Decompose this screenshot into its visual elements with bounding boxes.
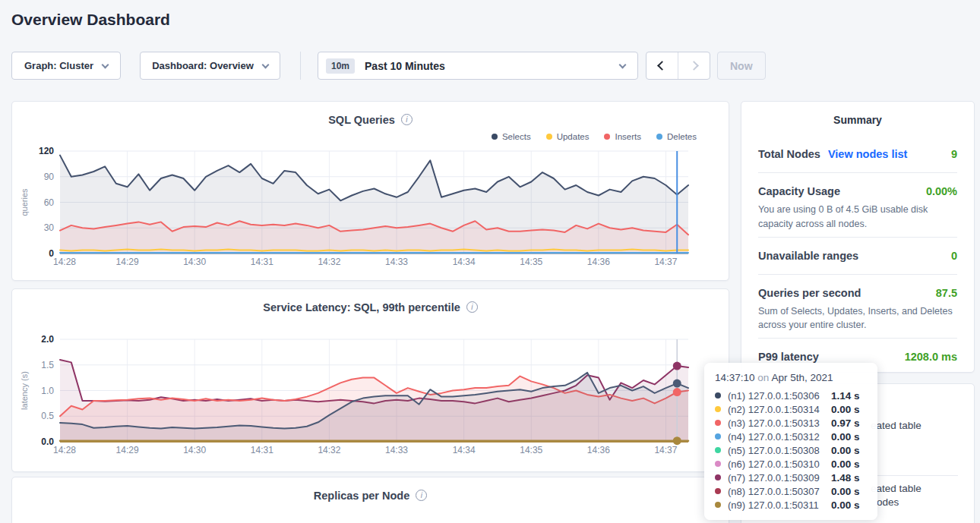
svg-text:14:31: 14:31	[251, 445, 273, 455]
header-divider	[300, 52, 301, 80]
tooltip-time: 14:37:10	[715, 372, 755, 383]
divider	[758, 274, 957, 275]
tooltip-node-rows: (n1) 127.0.0.1:503061.14 s(n2) 127.0.0.1…	[715, 389, 867, 512]
tooltip-timestamp: 14:37:10 on Apr 5th, 2021	[715, 372, 867, 383]
chart-hover-tooltip: 14:37:10 on Apr 5th, 2021 (n1) 127.0.0.1…	[704, 363, 877, 520]
svg-text:14:37: 14:37	[654, 445, 677, 455]
time-range-label: Past 10 Minutes	[365, 60, 445, 72]
svg-text:90: 90	[44, 172, 55, 182]
summary-row-qps: Queries per second 87.5	[758, 280, 957, 306]
summary-panel: Summary Total Nodes View nodes list 9 Ca…	[741, 101, 975, 373]
total-nodes-label: Total Nodes	[758, 148, 820, 160]
tooltip-node-row: (n7) 127.0.0.1:503091.48 s	[715, 471, 867, 484]
chevron-right-icon	[689, 61, 699, 71]
node-color-dot	[715, 502, 721, 508]
svg-text:14:37: 14:37	[654, 257, 677, 267]
svg-text:latency (s): latency (s)	[20, 371, 29, 410]
chevron-down-icon	[261, 61, 269, 68]
p99-latency-value: 1208.0 ms	[905, 351, 957, 363]
tooltip-node-row: (n2) 127.0.0.1:503140.00 s	[715, 402, 867, 416]
tooltip-node-row: (n8) 127.0.0.1:503070.00 s	[715, 484, 867, 498]
svg-text:14:34: 14:34	[453, 445, 476, 455]
tooltip-on: on	[757, 372, 769, 383]
time-range-dropdown[interactable]: 10m Past 10 Minutes	[318, 52, 638, 80]
divider	[758, 172, 957, 173]
node-color-dot	[715, 474, 721, 480]
dashboard-dropdown[interactable]: Dashboard: Overview	[140, 52, 280, 80]
graph-dropdown[interactable]: Graph: Cluster	[11, 52, 121, 80]
summary-row-capacity: Capacity Usage 0.00%	[758, 178, 957, 204]
svg-text:0.0: 0.0	[41, 436, 54, 447]
tooltip-node-row: (n4) 127.0.0.1:503120.00 s	[715, 430, 867, 443]
capacity-usage-label: Capacity Usage	[758, 185, 840, 197]
replicas-per-node-card: Replicas per Nodei	[11, 477, 729, 523]
node-latency-value: 0.00 s	[831, 458, 867, 470]
queries-per-second-description: Sum of Selects, Updates, Inserts, and De…	[758, 304, 957, 333]
svg-text:0: 0	[49, 248, 54, 259]
tooltip-node-row: (n3) 127.0.0.1:503130.97 s	[715, 416, 867, 430]
node-address: (n6) 127.0.0.1:50310	[728, 458, 820, 470]
view-nodes-list-link[interactable]: View nodes list	[828, 148, 908, 160]
tooltip-node-row: (n9) 127.0.0.1:503110.00 s	[715, 498, 867, 512]
node-color-dot	[715, 447, 721, 453]
node-latency-value: 0.00 s	[831, 445, 867, 456]
service-latency-chart[interactable]: 14:2814:2914:3014:3114:3214:3314:3414:35…	[12, 289, 730, 473]
node-latency-value: 1.48 s	[831, 472, 867, 484]
svg-text:14:35: 14:35	[520, 445, 542, 455]
sql-queries-card: SQL Queriesi SelectsUpdatesInsertsDelete…	[11, 101, 729, 281]
info-icon[interactable]: i	[416, 490, 427, 501]
svg-text:queries: queries	[20, 188, 29, 216]
capacity-usage-value: 0.00%	[926, 185, 957, 197]
svg-text:14:32: 14:32	[318, 257, 340, 267]
summary-row-total-nodes: Total Nodes View nodes list 9	[758, 141, 957, 167]
node-latency-value: 0.00 s	[831, 404, 867, 415]
time-range-badge: 10m	[326, 58, 355, 74]
node-address: (n5) 127.0.0.1:50308	[728, 445, 820, 456]
node-address: (n9) 127.0.0.1:50311	[728, 499, 819, 511]
svg-text:14:30: 14:30	[183, 445, 206, 455]
svg-text:14:36: 14:36	[587, 445, 610, 455]
divider	[758, 237, 957, 238]
queries-per-second-value: 87.5	[936, 287, 957, 299]
node-color-dot	[715, 392, 721, 399]
svg-text:14:28: 14:28	[53, 445, 76, 455]
summary-row-unavailable: Unavailable ranges 0	[758, 243, 957, 269]
unavailable-ranges-label: Unavailable ranges	[758, 250, 858, 262]
node-color-dot	[715, 461, 721, 467]
svg-text:60: 60	[44, 197, 55, 208]
node-address: (n1) 127.0.0.1:50306	[728, 390, 820, 402]
chevron-left-icon	[657, 61, 667, 71]
svg-text:0.5: 0.5	[41, 411, 54, 421]
total-nodes-value: 9	[951, 148, 957, 160]
chevron-down-icon	[102, 61, 109, 68]
svg-text:14:30: 14:30	[183, 257, 206, 267]
event-item-text[interactable]: eated table	[871, 420, 922, 431]
p99-latency-label: P99 latency	[758, 351, 819, 363]
tooltip-date: Apr 5th, 2021	[771, 372, 833, 383]
svg-text:14:35: 14:35	[520, 257, 542, 267]
replicas-chart-title: Replicas per Node	[314, 490, 410, 502]
svg-text:14:32: 14:32	[318, 445, 340, 455]
svg-text:2.0: 2.0	[41, 334, 54, 345]
sql-queries-chart[interactable]: 14:2814:2914:3014:3114:3214:3314:3414:35…	[12, 102, 730, 282]
chevron-down-icon	[619, 61, 627, 68]
node-color-dot	[715, 420, 721, 426]
svg-text:14:29: 14:29	[116, 257, 139, 267]
service-latency-card: Service Latency: SQL, 99th percentilei 1…	[11, 288, 729, 472]
svg-text:14:33: 14:33	[385, 257, 408, 267]
next-range-button[interactable]	[678, 52, 710, 79]
svg-text:14:31: 14:31	[251, 257, 273, 267]
summary-title: Summary	[758, 114, 957, 126]
event-item-text[interactable]: eated table	[871, 483, 922, 494]
node-address: (n8) 127.0.0.1:50307	[728, 486, 820, 497]
node-color-dot	[715, 406, 721, 412]
divider	[758, 338, 957, 339]
tooltip-node-row: (n6) 127.0.0.1:503100.00 s	[715, 457, 867, 471]
event-item-text[interactable]: odes	[877, 496, 899, 508]
unavailable-ranges-value: 0	[951, 250, 957, 262]
prev-range-button[interactable]	[646, 52, 678, 79]
node-address: (n7) 127.0.0.1:50309	[728, 472, 820, 484]
queries-per-second-label: Queries per second	[758, 287, 861, 299]
now-button[interactable]: Now	[717, 52, 766, 80]
svg-text:14:34: 14:34	[453, 257, 476, 267]
